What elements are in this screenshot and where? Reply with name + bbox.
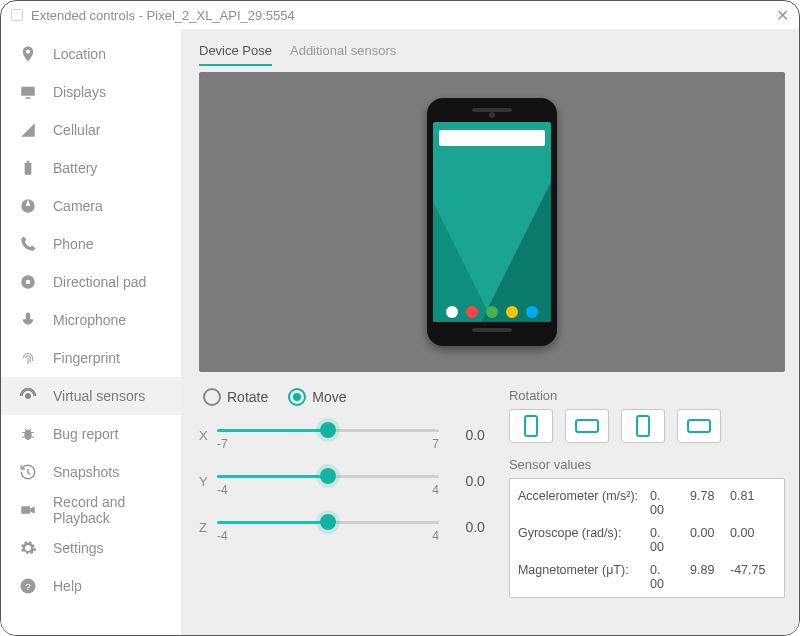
axis-z-label: Z [199,520,217,535]
sidebar-item-label: Directional pad [53,274,146,290]
sensor-row-gyroscope: Gyroscope (rad/s): 0. 00 0.00 0.00 [518,522,776,559]
radio-rotate-label: Rotate [227,389,268,405]
rotation-title: Rotation [509,388,785,403]
dpad-icon [19,273,37,291]
svg-point-9 [24,430,32,441]
axis-z-value: 0.0 [439,519,489,535]
titlebar: Extended controls - Pixel_2_XL_API_29:55… [1,1,799,29]
sidebar-item-label: Cellular [53,122,100,138]
sensor-val-2: 0.81 [730,489,776,503]
phone-mock [427,98,557,346]
radio-rotate[interactable]: Rotate [203,388,268,406]
sidebar-item-fingerprint[interactable]: Fingerprint [1,339,181,377]
sidebar-item-label: Settings [53,540,104,556]
rotation-portrait-reverse-button[interactable] [621,409,665,443]
svg-point-8 [26,394,31,399]
sidebar-item-battery[interactable]: Battery [1,149,181,187]
slider-x-max: 7 [432,437,439,451]
sensor-values-title: Sensor values [509,457,785,472]
sensor-val-0: 0. 00 [650,526,690,555]
sensor-row-accelerometer: Accelerometer (m/s²): 0. 00 9.78 0.81 [518,485,776,522]
svg-rect-15 [637,416,649,436]
extended-controls-window: Extended controls - Pixel_2_XL_API_29:55… [0,0,800,636]
tab-device-pose[interactable]: Device Pose [199,39,272,66]
help-icon: ? [19,577,37,595]
sensor-val-1: 9.78 [690,489,730,503]
fingerprint-icon [19,349,37,367]
sidebar-item-label: Virtual sensors [53,388,145,404]
sidebar-item-label: Fingerprint [53,350,120,366]
tab-additional-sensors[interactable]: Additional sensors [290,39,396,66]
sensor-val-2: -47.75 [730,563,776,577]
axis-z-row: Z -4 4 0.0 [199,504,489,550]
pose-sliders: Rotate Move X -7 7 0.0 [199,388,489,598]
displays-icon [19,83,37,101]
slider-z[interactable]: -4 4 [217,511,439,543]
sidebar-item-displays[interactable]: Displays [1,73,181,111]
close-icon[interactable]: ✕ [776,6,789,25]
slider-z-max: 4 [432,529,439,543]
axis-x-row: X -7 7 0.0 [199,412,489,458]
sidebar-item-label: Help [53,578,82,594]
sidebar-item-camera[interactable]: Camera [1,187,181,225]
tabs: Device Pose Additional sensors [199,39,785,66]
sidebar-item-label: Camera [53,198,103,214]
svg-rect-0 [21,87,35,96]
gear-icon [19,539,37,557]
svg-rect-1 [26,97,31,99]
slider-z-min: -4 [217,529,228,543]
sidebar-item-dpad[interactable]: Directional pad [1,263,181,301]
device-preview[interactable] [199,72,785,372]
history-icon [19,463,37,481]
sensor-row-magnetometer: Magnetometer (μT): 0. 00 9.89 -47.75 [518,559,776,596]
sidebar-item-snapshots[interactable]: Snapshots [1,453,181,491]
slider-x-min: -7 [217,437,228,451]
slider-y-min: -4 [217,483,228,497]
sidebar-item-label: Battery [53,160,97,176]
sidebar-item-help[interactable]: ? Help [1,567,181,605]
sidebar-item-location[interactable]: Location [1,35,181,73]
axis-y-label: Y [199,474,217,489]
slider-x[interactable]: -7 7 [217,419,439,451]
sidebar-item-bug-report[interactable]: Bug report [1,415,181,453]
sidebar-item-settings[interactable]: Settings [1,529,181,567]
sidebar-item-label: Record and Playback [53,494,181,526]
sidebar-item-cellular[interactable]: Cellular [1,111,181,149]
sidebar-item-phone[interactable]: Phone [1,225,181,263]
phone-icon [19,235,37,253]
sidebar-item-virtual-sensors[interactable]: Virtual sensors [1,377,181,415]
slider-y[interactable]: -4 4 [217,465,439,497]
axis-x-value: 0.0 [439,427,489,443]
svg-rect-10 [21,506,30,514]
axis-y-value: 0.0 [439,473,489,489]
svg-rect-2 [25,163,32,175]
sensor-val-0: 0. 00 [650,563,690,592]
sidebar-item-microphone[interactable]: Microphone [1,301,181,339]
location-pin-icon [19,45,37,63]
radio-move[interactable]: Move [288,388,346,406]
sensors-icon [19,387,37,405]
svg-rect-16 [688,420,710,432]
sidebar: Location Displays Cellular Battery Camer… [1,29,181,635]
svg-rect-14 [576,420,598,432]
svg-rect-13 [525,416,537,436]
microphone-icon [19,311,37,329]
radio-move-label: Move [312,389,346,405]
axis-x-label: X [199,428,217,443]
cellular-signal-icon [19,121,37,139]
sidebar-item-label: Snapshots [53,464,119,480]
sensor-name: Magnetometer (μT): [518,563,650,577]
sidebar-item-label: Phone [53,236,93,252]
sensor-val-0: 0. 00 [650,489,690,518]
battery-icon [19,159,37,177]
svg-rect-3 [27,161,30,163]
axis-y-row: Y -4 4 0.0 [199,458,489,504]
slider-y-max: 4 [432,483,439,497]
sidebar-item-record-playback[interactable]: Record and Playback [1,491,181,529]
rotation-landscape-right-button[interactable] [677,409,721,443]
sensor-values-box: Accelerometer (m/s²): 0. 00 9.78 0.81 Gy… [509,478,785,598]
rotation-portrait-button[interactable] [509,409,553,443]
window-title: Extended controls - Pixel_2_XL_API_29:55… [31,8,295,23]
rotation-landscape-left-button[interactable] [565,409,609,443]
sensor-val-1: 0.00 [690,526,730,540]
